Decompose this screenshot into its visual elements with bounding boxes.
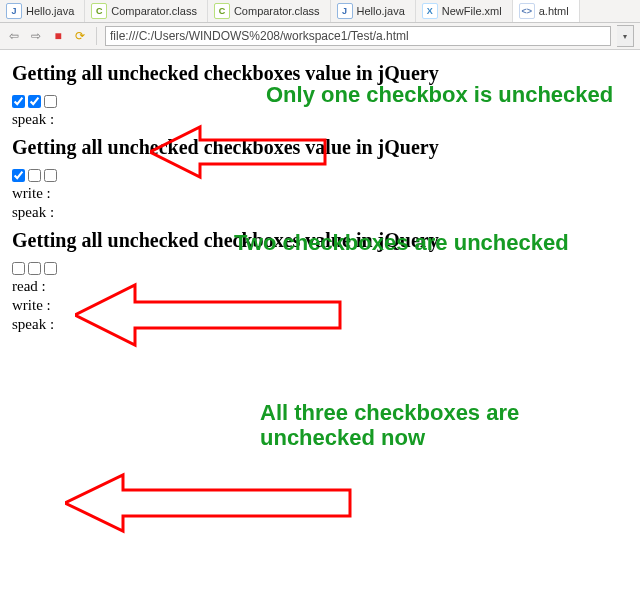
tab-comparator-class[interactable]: CComparator.class <box>85 0 208 22</box>
checkbox-3[interactable] <box>44 169 57 182</box>
output-line: speak : <box>12 204 628 221</box>
tab-a-html[interactable]: <>a.html <box>513 0 580 22</box>
tab-label: Hello.java <box>26 5 74 17</box>
file-icon: C <box>91 3 107 19</box>
tab-label: Hello.java <box>357 5 405 17</box>
svg-marker-2 <box>65 475 350 531</box>
checkbox-row <box>12 91 628 109</box>
address-dropdown-icon[interactable]: ▾ <box>617 25 634 47</box>
page-body: Only one checkbox is unchecked Two check… <box>0 50 640 333</box>
tab-newfile-xml[interactable]: XNewFile.xml <box>416 0 513 22</box>
checkbox-row <box>12 258 628 276</box>
output-line: write : <box>12 185 628 202</box>
output-line: write : <box>12 297 628 314</box>
forward-icon[interactable]: ⇨ <box>28 28 44 44</box>
output-line: read : <box>12 278 628 295</box>
tab-hello-java[interactable]: JHello.java <box>331 0 416 22</box>
address-text: file:///C:/Users/WINDOWS%208/workspace1/… <box>110 29 409 43</box>
section-heading: Getting all unchecked checkboxes value i… <box>12 229 628 252</box>
refresh-icon[interactable]: ⟳ <box>72 28 88 44</box>
editor-tab-strip: JHello.javaCComparator.classCComparator.… <box>0 0 640 23</box>
tab-label: Comparator.class <box>234 5 320 17</box>
toolbar-separator <box>96 27 97 45</box>
arrow-3-icon <box>65 470 355 536</box>
tab-label: NewFile.xml <box>442 5 502 17</box>
checkbox-1[interactable] <box>12 95 25 108</box>
output-line: speak : <box>12 316 628 333</box>
file-icon: <> <box>519 3 535 19</box>
stop-icon[interactable]: ■ <box>50 28 66 44</box>
annotation-3: All three checkboxes are unchecked now <box>260 400 640 451</box>
file-icon: J <box>6 3 22 19</box>
tab-comparator-class[interactable]: CComparator.class <box>208 0 331 22</box>
back-icon[interactable]: ⇦ <box>6 28 22 44</box>
section-heading: Getting all unchecked checkboxes value i… <box>12 62 628 85</box>
checkbox-1[interactable] <box>12 262 25 275</box>
checkbox-1[interactable] <box>12 169 25 182</box>
tab-label: a.html <box>539 5 569 17</box>
browser-toolbar: ⇦ ⇨ ■ ⟳ file:///C:/Users/WINDOWS%208/wor… <box>0 23 640 50</box>
section-heading: Getting all unchecked checkboxes value i… <box>12 136 628 159</box>
tab-hello-java[interactable]: JHello.java <box>0 0 85 22</box>
file-icon: C <box>214 3 230 19</box>
checkbox-2[interactable] <box>28 95 41 108</box>
address-bar[interactable]: file:///C:/Users/WINDOWS%208/workspace1/… <box>105 26 611 46</box>
output-line: speak : <box>12 111 628 128</box>
checkbox-3[interactable] <box>44 95 57 108</box>
checkbox-3[interactable] <box>44 262 57 275</box>
file-icon: X <box>422 3 438 19</box>
file-icon: J <box>337 3 353 19</box>
checkbox-row <box>12 165 628 183</box>
checkbox-2[interactable] <box>28 169 41 182</box>
checkbox-2[interactable] <box>28 262 41 275</box>
tab-label: Comparator.class <box>111 5 197 17</box>
